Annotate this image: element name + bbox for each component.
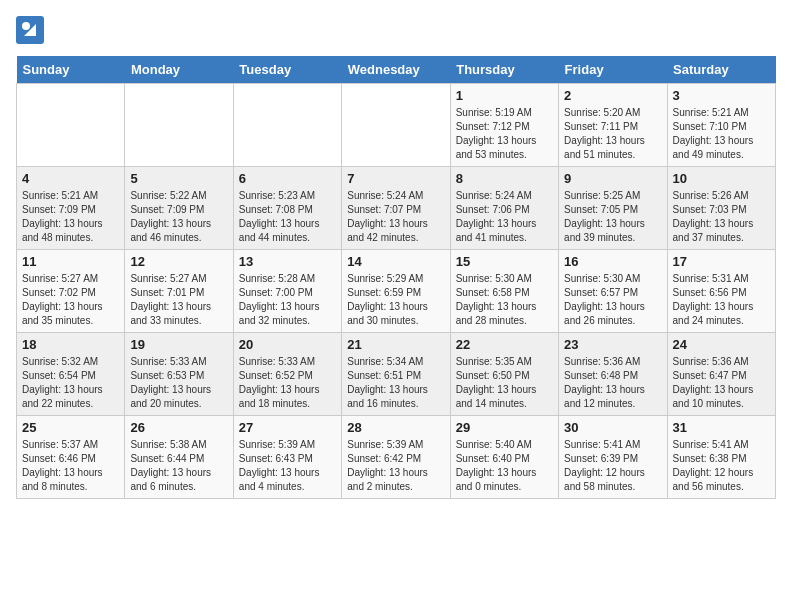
day-number: 12 (130, 254, 227, 269)
day-number: 15 (456, 254, 553, 269)
day-header-thursday: Thursday (450, 56, 558, 84)
day-number: 20 (239, 337, 336, 352)
day-number: 14 (347, 254, 444, 269)
cell-info: Sunrise: 5:39 AM Sunset: 6:43 PM Dayligh… (239, 438, 336, 494)
day-number: 2 (564, 88, 661, 103)
calendar-cell: 4Sunrise: 5:21 AM Sunset: 7:09 PM Daylig… (17, 167, 125, 250)
calendar-cell: 23Sunrise: 5:36 AM Sunset: 6:48 PM Dayli… (559, 333, 667, 416)
day-number: 4 (22, 171, 119, 186)
calendar-cell: 30Sunrise: 5:41 AM Sunset: 6:39 PM Dayli… (559, 416, 667, 499)
day-number: 17 (673, 254, 770, 269)
calendar-cell: 18Sunrise: 5:32 AM Sunset: 6:54 PM Dayli… (17, 333, 125, 416)
cell-info: Sunrise: 5:30 AM Sunset: 6:58 PM Dayligh… (456, 272, 553, 328)
cell-info: Sunrise: 5:33 AM Sunset: 6:53 PM Dayligh… (130, 355, 227, 411)
calendar-cell: 28Sunrise: 5:39 AM Sunset: 6:42 PM Dayli… (342, 416, 450, 499)
calendar-cell (125, 84, 233, 167)
calendar-cell: 31Sunrise: 5:41 AM Sunset: 6:38 PM Dayli… (667, 416, 775, 499)
calendar-cell: 27Sunrise: 5:39 AM Sunset: 6:43 PM Dayli… (233, 416, 341, 499)
cell-info: Sunrise: 5:35 AM Sunset: 6:50 PM Dayligh… (456, 355, 553, 411)
calendar-cell: 25Sunrise: 5:37 AM Sunset: 6:46 PM Dayli… (17, 416, 125, 499)
page-header (16, 16, 776, 44)
calendar-cell: 12Sunrise: 5:27 AM Sunset: 7:01 PM Dayli… (125, 250, 233, 333)
day-number: 28 (347, 420, 444, 435)
day-number: 19 (130, 337, 227, 352)
calendar-cell: 1Sunrise: 5:19 AM Sunset: 7:12 PM Daylig… (450, 84, 558, 167)
calendar-week-row: 4Sunrise: 5:21 AM Sunset: 7:09 PM Daylig… (17, 167, 776, 250)
day-number: 13 (239, 254, 336, 269)
cell-info: Sunrise: 5:20 AM Sunset: 7:11 PM Dayligh… (564, 106, 661, 162)
day-number: 11 (22, 254, 119, 269)
calendar-week-row: 11Sunrise: 5:27 AM Sunset: 7:02 PM Dayli… (17, 250, 776, 333)
calendar-cell (342, 84, 450, 167)
calendar-cell: 22Sunrise: 5:35 AM Sunset: 6:50 PM Dayli… (450, 333, 558, 416)
cell-info: Sunrise: 5:23 AM Sunset: 7:08 PM Dayligh… (239, 189, 336, 245)
cell-info: Sunrise: 5:21 AM Sunset: 7:10 PM Dayligh… (673, 106, 770, 162)
calendar-cell: 26Sunrise: 5:38 AM Sunset: 6:44 PM Dayli… (125, 416, 233, 499)
day-number: 7 (347, 171, 444, 186)
day-number: 22 (456, 337, 553, 352)
calendar-cell: 16Sunrise: 5:30 AM Sunset: 6:57 PM Dayli… (559, 250, 667, 333)
day-number: 3 (673, 88, 770, 103)
cell-info: Sunrise: 5:39 AM Sunset: 6:42 PM Dayligh… (347, 438, 444, 494)
day-number: 8 (456, 171, 553, 186)
day-number: 31 (673, 420, 770, 435)
cell-info: Sunrise: 5:37 AM Sunset: 6:46 PM Dayligh… (22, 438, 119, 494)
day-number: 24 (673, 337, 770, 352)
cell-info: Sunrise: 5:30 AM Sunset: 6:57 PM Dayligh… (564, 272, 661, 328)
day-number: 23 (564, 337, 661, 352)
cell-info: Sunrise: 5:40 AM Sunset: 6:40 PM Dayligh… (456, 438, 553, 494)
cell-info: Sunrise: 5:29 AM Sunset: 6:59 PM Dayligh… (347, 272, 444, 328)
day-number: 30 (564, 420, 661, 435)
cell-info: Sunrise: 5:24 AM Sunset: 7:06 PM Dayligh… (456, 189, 553, 245)
calendar-week-row: 1Sunrise: 5:19 AM Sunset: 7:12 PM Daylig… (17, 84, 776, 167)
day-number: 27 (239, 420, 336, 435)
cell-info: Sunrise: 5:26 AM Sunset: 7:03 PM Dayligh… (673, 189, 770, 245)
calendar-cell: 21Sunrise: 5:34 AM Sunset: 6:51 PM Dayli… (342, 333, 450, 416)
day-number: 26 (130, 420, 227, 435)
day-number: 25 (22, 420, 119, 435)
calendar-week-row: 25Sunrise: 5:37 AM Sunset: 6:46 PM Dayli… (17, 416, 776, 499)
cell-info: Sunrise: 5:34 AM Sunset: 6:51 PM Dayligh… (347, 355, 444, 411)
day-number: 9 (564, 171, 661, 186)
calendar-cell: 17Sunrise: 5:31 AM Sunset: 6:56 PM Dayli… (667, 250, 775, 333)
day-number: 16 (564, 254, 661, 269)
calendar-header-row: SundayMondayTuesdayWednesdayThursdayFrid… (17, 56, 776, 84)
cell-info: Sunrise: 5:33 AM Sunset: 6:52 PM Dayligh… (239, 355, 336, 411)
day-number: 6 (239, 171, 336, 186)
calendar-cell: 9Sunrise: 5:25 AM Sunset: 7:05 PM Daylig… (559, 167, 667, 250)
calendar-cell: 20Sunrise: 5:33 AM Sunset: 6:52 PM Dayli… (233, 333, 341, 416)
cell-info: Sunrise: 5:27 AM Sunset: 7:02 PM Dayligh… (22, 272, 119, 328)
calendar-cell: 15Sunrise: 5:30 AM Sunset: 6:58 PM Dayli… (450, 250, 558, 333)
day-header-monday: Monday (125, 56, 233, 84)
day-number: 5 (130, 171, 227, 186)
day-header-saturday: Saturday (667, 56, 775, 84)
calendar-cell: 19Sunrise: 5:33 AM Sunset: 6:53 PM Dayli… (125, 333, 233, 416)
calendar-cell: 11Sunrise: 5:27 AM Sunset: 7:02 PM Dayli… (17, 250, 125, 333)
cell-info: Sunrise: 5:36 AM Sunset: 6:48 PM Dayligh… (564, 355, 661, 411)
calendar-week-row: 18Sunrise: 5:32 AM Sunset: 6:54 PM Dayli… (17, 333, 776, 416)
calendar-cell: 2Sunrise: 5:20 AM Sunset: 7:11 PM Daylig… (559, 84, 667, 167)
calendar-cell: 3Sunrise: 5:21 AM Sunset: 7:10 PM Daylig… (667, 84, 775, 167)
calendar-cell (17, 84, 125, 167)
calendar-cell: 8Sunrise: 5:24 AM Sunset: 7:06 PM Daylig… (450, 167, 558, 250)
day-header-wednesday: Wednesday (342, 56, 450, 84)
calendar-table: SundayMondayTuesdayWednesdayThursdayFrid… (16, 56, 776, 499)
day-header-sunday: Sunday (17, 56, 125, 84)
calendar-cell: 13Sunrise: 5:28 AM Sunset: 7:00 PM Dayli… (233, 250, 341, 333)
calendar-cell: 5Sunrise: 5:22 AM Sunset: 7:09 PM Daylig… (125, 167, 233, 250)
cell-info: Sunrise: 5:27 AM Sunset: 7:01 PM Dayligh… (130, 272, 227, 328)
calendar-cell: 7Sunrise: 5:24 AM Sunset: 7:07 PM Daylig… (342, 167, 450, 250)
day-number: 1 (456, 88, 553, 103)
cell-info: Sunrise: 5:24 AM Sunset: 7:07 PM Dayligh… (347, 189, 444, 245)
cell-info: Sunrise: 5:38 AM Sunset: 6:44 PM Dayligh… (130, 438, 227, 494)
logo (16, 16, 48, 44)
day-header-friday: Friday (559, 56, 667, 84)
cell-info: Sunrise: 5:36 AM Sunset: 6:47 PM Dayligh… (673, 355, 770, 411)
cell-info: Sunrise: 5:41 AM Sunset: 6:38 PM Dayligh… (673, 438, 770, 494)
calendar-cell: 29Sunrise: 5:40 AM Sunset: 6:40 PM Dayli… (450, 416, 558, 499)
day-header-tuesday: Tuesday (233, 56, 341, 84)
logo-icon (16, 16, 44, 44)
svg-point-2 (22, 22, 30, 30)
cell-info: Sunrise: 5:22 AM Sunset: 7:09 PM Dayligh… (130, 189, 227, 245)
day-number: 21 (347, 337, 444, 352)
